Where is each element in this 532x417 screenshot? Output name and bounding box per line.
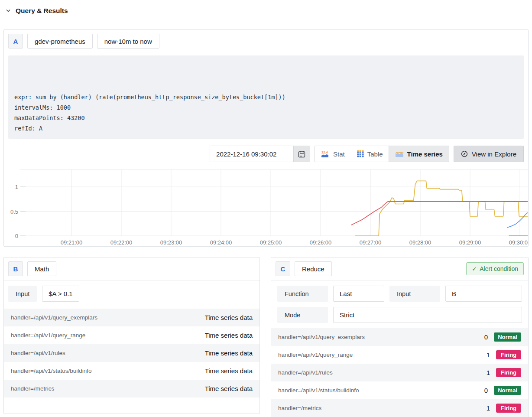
result-row-value: 0: [484, 387, 488, 394]
result-row-value: Time series data: [205, 332, 253, 339]
result-row-label: handler=/api/v1/query_range: [11, 332, 85, 339]
calendar-button[interactable]: [293, 146, 310, 162]
query-results-collapse[interactable]: Query & Results: [6, 7, 68, 15]
state-badge: Normal: [494, 332, 521, 342]
ref-id-badge-a: A: [8, 34, 23, 49]
datasource-button[interactable]: gdev-prometheus: [27, 34, 93, 49]
section-title: Query & Results: [16, 7, 68, 15]
svg-text:0.5: 0.5: [10, 208, 18, 215]
svg-text:09:30:00: 09:30:00: [509, 239, 528, 246]
time-range-button[interactable]: now-10m to now: [97, 34, 159, 49]
ref-id-badge-b: B: [8, 261, 23, 276]
svg-text:09:24:00: 09:24:00: [210, 239, 232, 246]
math-panel: B Math Input $A > 0.1 handler=/api/v1/qu…: [3, 257, 260, 414]
view-in-explore-button[interactable]: View in Explore: [454, 146, 524, 162]
preview-toolbar: 12.4 Stat Table: [8, 146, 524, 162]
state-badge: Normal: [494, 386, 521, 395]
result-row: handler=/metrics Time series data: [4, 380, 260, 397]
view-mode-stat[interactable]: 12.4 Stat: [315, 146, 351, 162]
expression-line: maxDataPoints: 43200: [14, 113, 519, 123]
result-row: handler=/metrics 1 Firing: [271, 399, 528, 417]
input-field-label: Input: [8, 286, 37, 302]
result-row-label: handler=/api/v1/status/buildinfo: [11, 368, 92, 374]
view-mode-timeseries[interactable]: Time series: [389, 146, 449, 162]
state-badge: Firing: [496, 350, 521, 359]
compass-icon: [461, 150, 468, 157]
result-row-label: handler=/api/v1/rules: [11, 350, 65, 356]
expression-line: intervalMs: 1000: [14, 102, 519, 113]
chart-area: 00.5109:21:0009:22:0009:23:0009:24:0009:…: [8, 168, 528, 247]
input-field-label: Input: [389, 286, 440, 302]
state-badge: Firing: [496, 404, 521, 413]
svg-text:09:27:00: 09:27:00: [360, 239, 382, 246]
result-row-value: Time series data: [205, 385, 253, 392]
result-row-value: Time series data: [205, 367, 253, 375]
ref-id-badge-c: C: [276, 261, 290, 276]
svg-text:09:22:00: 09:22:00: [110, 239, 133, 246]
view-mode-label: Stat: [333, 150, 345, 158]
table-panel-icon: [357, 150, 364, 157]
result-row-right: 1 Firing: [487, 350, 521, 359]
svg-text:09:26:00: 09:26:00: [310, 239, 332, 246]
math-results-list: handler=/api/v1/query_exemplars Time ser…: [4, 309, 260, 397]
result-row-label: handler=/api/v1/query_range: [278, 352, 353, 358]
result-row-label: handler=/api/v1/rules: [278, 369, 333, 376]
math-expression-input[interactable]: $A > 0.1: [42, 286, 79, 302]
math-panel-header: B Math: [4, 257, 260, 280]
result-row-right: 0 Normal: [484, 332, 521, 342]
result-row-label: handler=/api/v1/status/buildinfo: [278, 387, 359, 394]
result-row-label: handler=/api/v1/query_exemplars: [11, 314, 97, 321]
expression-type-button-math[interactable]: Math: [27, 261, 56, 276]
result-row: handler=/api/v1/query_exemplars Time ser…: [4, 309, 260, 326]
svg-text:1: 1: [15, 184, 18, 190]
mode-field-label: Mode: [277, 307, 328, 323]
page: Query & Results A gdev-prometheus now-10…: [0, 0, 532, 417]
chevron-down-icon: [6, 8, 11, 13]
function-select[interactable]: Last: [333, 286, 384, 302]
math-fields: Input $A > 0.1: [4, 280, 260, 307]
svg-text:09:21:00: 09:21:00: [61, 239, 83, 246]
function-field-label: Function: [277, 286, 328, 302]
mode-select[interactable]: Strict: [333, 307, 522, 323]
result-row-value: 0: [484, 333, 488, 341]
reduce-results-list: handler=/api/v1/query_exemplars 0 Normal…: [271, 328, 528, 417]
query-panel-header: A gdev-prometheus now-10m to now: [4, 30, 528, 52]
svg-text:0: 0: [15, 233, 18, 239]
result-row-right: 1 Firing: [487, 368, 521, 377]
reduce-fields: Function Last Input B Mode Strict: [271, 280, 528, 323]
svg-text:12.4: 12.4: [321, 150, 328, 154]
query-expression: expr: sum by (handler) (rate(prometheus_…: [8, 55, 524, 139]
expression-type-button-reduce[interactable]: Reduce: [295, 261, 332, 276]
alert-condition-badge[interactable]: ✓ Alert condition: [466, 262, 524, 275]
result-row-right: 0 Normal: [484, 386, 521, 395]
expression-line: refId: A: [14, 123, 519, 134]
result-row: handler=/api/v1/query_exemplars 0 Normal: [271, 328, 528, 346]
check-icon: ✓: [472, 266, 477, 272]
alert-condition-label: Alert condition: [480, 265, 518, 272]
result-row-label: handler=/metrics: [278, 405, 321, 411]
result-row-value: Time series data: [205, 349, 253, 357]
result-row-value: 1: [487, 351, 490, 358]
result-row-right: 1 Firing: [487, 404, 521, 413]
view-mode-group: 12.4 Stat Table: [315, 146, 449, 162]
time-series-chart[interactable]: 00.5109:21:0009:22:0009:23:0009:24:0009:…: [8, 168, 528, 247]
svg-text:09:25:00: 09:25:00: [260, 239, 282, 246]
result-row: handler=/api/v1/query_range Time series …: [4, 326, 260, 344]
reduce-panel: C Reduce ✓ Alert condition Function Last…: [271, 257, 529, 417]
view-mode-label: Table: [367, 150, 383, 158]
result-row-value: 1: [487, 369, 490, 376]
stat-panel-icon: 12.4: [321, 150, 330, 158]
datetime-input[interactable]: [210, 146, 293, 162]
input-select[interactable]: B: [445, 286, 522, 302]
result-row-label: handler=/api/v1/query_exemplars: [278, 334, 365, 340]
query-panel: A gdev-prometheus now-10m to now expr: s…: [3, 29, 529, 247]
result-row: handler=/api/v1/status/buildinfo Time se…: [4, 362, 260, 380]
result-row: handler=/api/v1/status/buildinfo 0 Norma…: [271, 381, 528, 399]
datetime-picker: [210, 146, 310, 162]
reduce-panel-header: C Reduce ✓ Alert condition: [271, 257, 528, 280]
expression-line: expr: sum by (handler) (rate(prometheus_…: [14, 92, 519, 102]
result-row: handler=/api/v1/query_range 1 Firing: [271, 346, 528, 364]
timeseries-panel-icon: [395, 151, 404, 157]
state-badge: Firing: [496, 368, 521, 377]
view-mode-table[interactable]: Table: [351, 146, 389, 162]
